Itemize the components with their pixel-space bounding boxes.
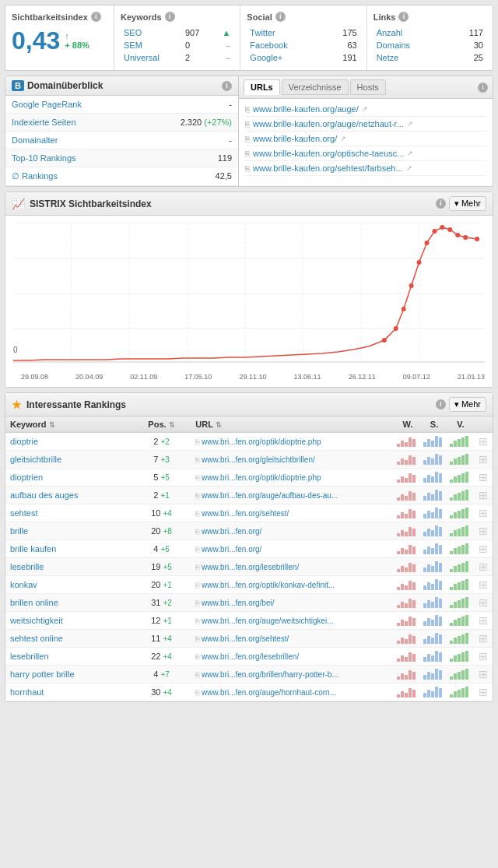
table-row: dioptrie 2 +2 ⎘ www.bri...fen.org/optik/…	[5, 433, 493, 451]
url-cell[interactable]: ⎘ www.bri...fen.org/auge/aufbau-des-au..…	[191, 487, 395, 504]
url-item[interactable]: ⎘ www.brille-kaufen.org/optische-taeusc.…	[245, 146, 486, 161]
grid-cell[interactable]: ⊞	[474, 630, 493, 648]
url-cell[interactable]: ⎘ www.bri...fen.org/optik/konkav-definit…	[191, 576, 395, 594]
keyword-cell[interactable]: weitsichtigkeit	[5, 612, 132, 630]
keyword-cell[interactable]: sehtest	[5, 504, 132, 522]
keyword-cell[interactable]: sehtest online	[5, 630, 132, 648]
url-item[interactable]: ⎘ www.brille-kaufen.org/sehtest/farbseh.…	[245, 161, 486, 176]
chart-label-6: 26.12.11	[349, 373, 376, 381]
url-item[interactable]: ⎘ www.brille-kaufen.org/ ↗	[245, 132, 486, 146]
chart-label-0: 29.09.08	[21, 373, 48, 381]
url-list: ⎘ www.brille-kaufen.org/auge/ ↗ ⎘ www.br…	[239, 99, 493, 179]
pos-cell: 10 +4	[132, 504, 191, 522]
chart-header-left: 📈 SISTRIX Sichtbarkeitsindex	[12, 198, 152, 210]
rankings-info-icon[interactable]: i	[436, 399, 446, 409]
url-cell[interactable]: ⎘ www.bri...fen.org/	[191, 540, 395, 558]
external-link-icon: ↗	[406, 164, 412, 172]
grid-cell[interactable]: ⊞	[474, 648, 493, 666]
domain-info-icon[interactable]: i	[222, 81, 232, 91]
grid-cell[interactable]: ⊞	[474, 433, 493, 451]
url-cell[interactable]: ⎘ www.bri...fen.org/sehtest/	[191, 504, 395, 522]
kw-universal-trend: –	[212, 51, 234, 64]
url-cell[interactable]: ⎘ www.bri...fen.org/bei/	[191, 594, 395, 612]
grid-cell[interactable]: ⊞	[474, 576, 493, 594]
s-cell	[421, 469, 447, 487]
url-cell[interactable]: ⎘ www.bri...fen.org/optik/dioptrie.php	[191, 433, 395, 451]
s-cell	[421, 594, 447, 612]
grid-cell[interactable]: ⊞	[474, 684, 493, 701]
grid-cell[interactable]: ⊞	[474, 451, 493, 469]
tab-verzeichnisse[interactable]: Verzeichnisse	[282, 79, 349, 95]
url-cell[interactable]: ⎘ www.bri...fen.org/lesebrillen/	[191, 558, 395, 576]
url-cell[interactable]: ⎘ www.bri...fen.org/gleitsichtbrillen/	[191, 451, 395, 469]
keyword-cell[interactable]: konkav	[5, 576, 132, 594]
links-info-icon[interactable]: i	[398, 12, 409, 22]
keyword-cell[interactable]: gleitsichtbrille	[5, 451, 132, 469]
grid-cell[interactable]: ⊞	[474, 469, 493, 487]
grid-cell[interactable]: ⊞	[474, 504, 493, 522]
keyword-cell[interactable]: brille	[5, 522, 132, 540]
urltabs-info-icon[interactable]: i	[478, 83, 488, 93]
grid-cell[interactable]: ⊞	[474, 558, 493, 576]
rankings-title: Interessante Rankings	[26, 399, 126, 410]
grid-cell[interactable]: ⊞	[474, 487, 493, 504]
social-section: Social i Twitter 175 Facebook 63 Google+…	[240, 5, 366, 70]
keyword-cell[interactable]: dioptrien	[5, 469, 132, 487]
v-cell	[447, 666, 474, 684]
tab-hosts[interactable]: Hosts	[350, 79, 386, 95]
pos-sort-icon: ⇅	[169, 421, 175, 429]
social-info-icon[interactable]: i	[275, 12, 286, 22]
url-item[interactable]: ⎘ www.brille-kaufen.org/auge/ ↗	[245, 102, 486, 117]
keyword-cell[interactable]: harry potter brille	[5, 666, 132, 684]
grid-cell[interactable]: ⊞	[474, 594, 493, 612]
url-cell[interactable]: ⎘ www.bri...fen.org/lesebrillen/	[191, 648, 395, 666]
keyword-cell[interactable]: brillen online	[5, 594, 132, 612]
keywords-label: Keywords i	[121, 12, 233, 22]
url-cell[interactable]: ⎘ www.bri...fen.org/auge/hornhaut-corn..…	[191, 684, 395, 701]
svg-point-13	[394, 326, 398, 331]
external-link-icon: ↗	[340, 135, 346, 142]
age-value: -	[229, 135, 232, 145]
grid-cell[interactable]: ⊞	[474, 540, 493, 558]
keywords-section: Keywords i SEO 907 ▲ SEM 0 – Universal 2…	[114, 5, 240, 70]
keyword-cell[interactable]: brille kaufen	[5, 540, 132, 558]
url-cell[interactable]: ⎘ www.bri...fen.org/	[191, 522, 395, 540]
keywords-row-universal: Universal 2 –	[121, 51, 233, 64]
chart-area: 0	[5, 216, 493, 371]
keyword-cell[interactable]: lesebrille	[5, 558, 132, 576]
grid-cell[interactable]: ⊞	[474, 666, 493, 684]
s-cell	[421, 612, 447, 630]
grid-cell[interactable]: ⊞	[474, 612, 493, 630]
keyword-cell[interactable]: lesebrillen	[5, 648, 132, 666]
domain-header: B Domainüberblick i	[5, 76, 238, 96]
s-cell	[421, 451, 447, 469]
keywords-info-icon[interactable]: i	[165, 12, 175, 22]
url-cell[interactable]: ⎘ www.bri...fen.org/brillen/harry-potter…	[191, 666, 395, 684]
social-googleplus-label: Google+	[247, 51, 324, 64]
link-icon: ⎘	[245, 105, 250, 114]
domain-row-pagerank: Google PageRank -	[5, 96, 238, 114]
s-cell	[421, 504, 447, 522]
chart-label-3: 17.05.10	[184, 373, 212, 381]
url-cell[interactable]: ⎘ www.bri...fen.org/optik/dioptrie.php	[191, 469, 395, 487]
keyword-cell[interactable]: hornhaut	[5, 684, 132, 701]
url-cell[interactable]: ⎘ www.bri...fen.org/auge/weitsichtigkei.…	[191, 612, 395, 630]
grid-cell[interactable]: ⊞	[474, 522, 493, 540]
w-cell	[395, 469, 421, 487]
social-table: Twitter 175 Facebook 63 Google+ 191	[247, 26, 359, 64]
svg-point-21	[455, 233, 460, 237]
chart-mehr-button[interactable]: ▾ Mehr	[449, 196, 486, 211]
sichtbarkeit-info-icon[interactable]: i	[91, 12, 101, 22]
pos-cell: 4 +7	[132, 666, 191, 684]
chart-info-icon[interactable]: i	[436, 199, 446, 209]
url-cell[interactable]: ⎘ www.bri...fen.org/sehtest/	[191, 630, 395, 648]
tab-urls[interactable]: URLs	[244, 79, 280, 95]
keyword-cell[interactable]: aufbau des auges	[5, 487, 132, 504]
keyword-cell[interactable]: dioptrie	[5, 433, 132, 451]
rankings-mehr-button[interactable]: ▾ Mehr	[449, 397, 486, 412]
url-item[interactable]: ⎘ www.brille-kaufen.org/auge/netzhaut-r.…	[245, 117, 486, 132]
v-cell	[447, 540, 474, 558]
w-cell	[395, 522, 421, 540]
v-cell	[447, 648, 474, 666]
svg-point-15	[409, 283, 414, 288]
